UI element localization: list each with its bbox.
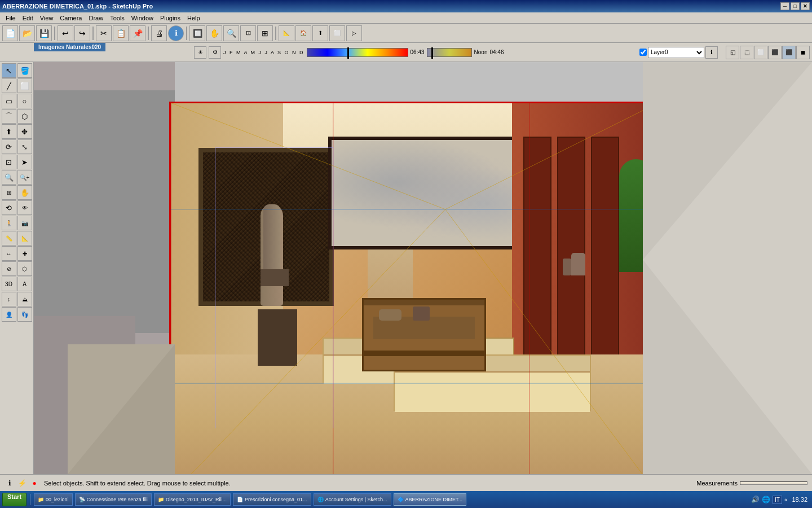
arc-tool[interactable]: ⌒ xyxy=(2,109,16,124)
dimension-tool[interactable]: ↕ xyxy=(2,292,16,306)
move-tool[interactable]: ✥ xyxy=(17,124,32,139)
menu-file[interactable]: File xyxy=(2,14,19,23)
canvas-area[interactable]: Match Photo xyxy=(34,62,812,474)
pan-tool[interactable]: ✋ xyxy=(17,185,32,200)
sandbox-tool[interactable]: ⛰ xyxy=(17,292,32,306)
layer-visible-checkbox[interactable] xyxy=(639,49,647,56)
eraser-tool[interactable]: ⬜ xyxy=(17,78,32,93)
menu-window[interactable]: Window xyxy=(128,14,157,23)
status-info-icon[interactable]: ℹ xyxy=(5,478,15,488)
orbit-button[interactable]: 🔲 xyxy=(189,25,205,41)
taskbar-label-account: Account Settings | Sketch... xyxy=(325,497,387,502)
right-button[interactable]: ▷ xyxy=(346,25,362,41)
month-slider[interactable] xyxy=(307,48,408,57)
footprint-tool[interactable]: 👣 xyxy=(17,307,32,322)
taskbar-item-00lezioni[interactable]: 📁 00_lezioni xyxy=(34,493,73,506)
menu-edit[interactable]: Edit xyxy=(19,14,37,23)
undo-button[interactable]: ↩ xyxy=(58,25,73,41)
look-around-tool[interactable]: 👁 xyxy=(17,200,32,215)
rotate-tool[interactable]: ⟳ xyxy=(2,139,16,154)
layer-info-button[interactable]: ℹ xyxy=(705,46,718,59)
view-xray[interactable]: ◱ xyxy=(726,46,739,59)
follow-me-tool[interactable]: ➤ xyxy=(17,155,32,169)
tray-icon-language[interactable]: IT xyxy=(773,496,782,504)
cut-button[interactable]: ✂ xyxy=(96,25,112,41)
orbit-tool[interactable]: ⟲ xyxy=(2,200,16,215)
view-textured[interactable]: ⬛ xyxy=(782,46,796,59)
view-wireframe[interactable]: ⬚ xyxy=(740,46,753,59)
paste-button[interactable]: 📌 xyxy=(130,25,145,41)
pedestal xyxy=(258,309,297,366)
measurements-value[interactable] xyxy=(740,481,807,485)
paint-tool[interactable]: 🪣 xyxy=(17,63,32,78)
walk-tool[interactable]: 🚶 xyxy=(2,216,16,230)
taskbar-item-aberrazione[interactable]: 🔷 ABERRAZIONE DIMET... xyxy=(394,493,467,506)
menu-help[interactable]: Help xyxy=(184,14,204,23)
taskbar-item-account[interactable]: 🌐 Account Settings | Sketch... xyxy=(314,493,391,506)
3d-text-tool[interactable]: 3D xyxy=(2,277,16,291)
view-hidden[interactable]: ⬜ xyxy=(754,46,767,59)
menu-view[interactable]: View xyxy=(37,14,57,23)
model-info-button[interactable]: ℹ xyxy=(168,25,184,41)
menu-draw[interactable]: Draw xyxy=(85,14,107,23)
tape-tool[interactable]: ↔ xyxy=(2,246,16,261)
measure-tool[interactable]: 📏 xyxy=(2,231,16,246)
axes-tool[interactable]: ✚ xyxy=(17,246,32,261)
zoom-window-tool[interactable]: 🔍+ xyxy=(17,170,32,185)
maximize-button[interactable]: □ xyxy=(791,2,800,10)
save-button[interactable]: 💾 xyxy=(36,25,52,41)
pan-button[interactable]: ✋ xyxy=(206,25,222,41)
redo-button[interactable]: ↪ xyxy=(74,25,90,41)
push-pull-tool[interactable]: ⬆ xyxy=(2,124,16,139)
front-button[interactable]: ⬜ xyxy=(329,25,345,41)
close-button[interactable]: ✕ xyxy=(801,2,810,10)
circle-tool[interactable]: ○ xyxy=(17,94,32,108)
taskbar-item-disegno[interactable]: 📁 Disegno_2013_IUAV_Rili... xyxy=(154,493,231,506)
taskbar-separator-1 xyxy=(30,494,30,505)
copy-button[interactable]: 📋 xyxy=(113,25,129,41)
scene-tab-imagenes[interactable]: Imagenes Naturales020 xyxy=(34,43,105,51)
zoom-extents-tool[interactable]: ⊞ xyxy=(2,185,16,200)
status-error-icon[interactable]: ● xyxy=(29,478,39,488)
component-tool[interactable]: ⬡ xyxy=(17,261,32,276)
print-button[interactable]: 🖨 xyxy=(151,25,167,41)
offset-tool[interactable]: ⊡ xyxy=(2,155,16,169)
minimize-button[interactable]: ─ xyxy=(780,2,789,10)
shadow-settings[interactable]: ⚙ xyxy=(209,46,221,59)
protractor-tool[interactable]: 📐 xyxy=(17,231,32,246)
new-button[interactable]: 📄 xyxy=(2,25,18,41)
zoom-button[interactable]: 🔍 xyxy=(223,25,239,41)
zoom-extents-button[interactable]: ⊞ xyxy=(257,25,273,41)
walk-tool2[interactable]: 👤 xyxy=(2,307,16,322)
menu-plugins[interactable]: Plugins xyxy=(157,14,184,23)
toolbar-divider-5 xyxy=(275,27,276,40)
view-shaded[interactable]: ⬛ xyxy=(768,46,782,59)
text-tool[interactable]: A xyxy=(17,277,32,291)
iso-button[interactable]: 🏠 xyxy=(295,25,311,41)
time-slider[interactable] xyxy=(427,48,472,57)
menu-camera[interactable]: Camera xyxy=(56,14,85,23)
section-plane-tool[interactable]: ⊘ xyxy=(2,261,16,276)
polygon-tool[interactable]: ⬡ xyxy=(17,109,32,124)
menu-tools[interactable]: Tools xyxy=(107,14,128,23)
taskbar-label-00lezioni: 00_lezioni xyxy=(46,497,69,502)
open-button[interactable]: 📂 xyxy=(19,25,35,41)
position-camera-tool[interactable]: 📷 xyxy=(17,216,32,230)
status-warning-icon[interactable]: ⚡ xyxy=(17,478,27,488)
scale-tool[interactable]: ⤡ xyxy=(17,139,32,154)
rectangle-tool[interactable]: ▭ xyxy=(2,94,16,108)
perspective-button[interactable]: 📐 xyxy=(279,25,294,41)
shadow-toggle[interactable]: ☀ xyxy=(194,46,206,59)
tray-icon-sound[interactable]: 🔊 xyxy=(751,496,760,503)
zoom-tool[interactable]: 🔍 xyxy=(2,170,16,185)
layer-dropdown[interactable]: Layer0 xyxy=(648,47,704,58)
zoom-window-button[interactable]: ⊡ xyxy=(240,25,256,41)
view-mono[interactable]: ◼ xyxy=(796,46,810,59)
start-button[interactable]: Start xyxy=(2,493,27,506)
taskbar-item-prescrizioni[interactable]: 📄 Prescrizioni consegna_01... xyxy=(233,493,311,506)
tray-icon-network[interactable]: 🌐 xyxy=(762,496,770,503)
line-tool[interactable]: ╱ xyxy=(2,78,16,93)
select-tool[interactable]: ↖ xyxy=(2,63,16,78)
taskbar-item-wifi[interactable]: 📡 Connessione rete senza fili xyxy=(75,493,152,506)
top-button[interactable]: ⬆ xyxy=(312,25,328,41)
